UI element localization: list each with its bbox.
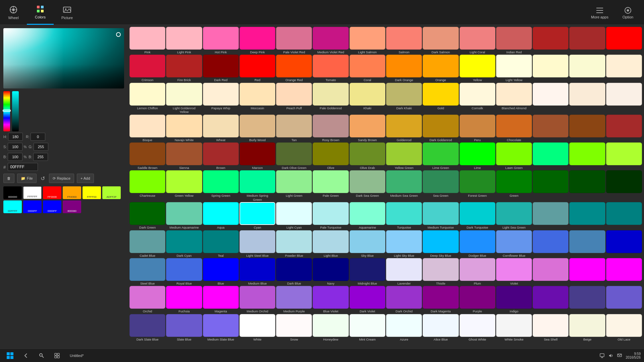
color-cell[interactable]	[606, 83, 642, 114]
color-cell[interactable]: Medium Slate Blue	[203, 314, 239, 341]
color-cell[interactable]: Red	[239, 55, 275, 82]
color-cell[interactable]: Dark Goldenrod	[423, 115, 459, 142]
color-cell[interactable]: Mint Cream	[350, 314, 385, 341]
color-cell[interactable]: Powder Blue	[276, 230, 312, 257]
swatch-ffffff[interactable]: FFFFFF	[23, 186, 42, 199]
hue-input[interactable]	[8, 133, 23, 141]
color-cell[interactable]: Chocolate	[496, 115, 532, 142]
color-cell[interactable]: Dark Red	[203, 55, 239, 82]
swatch-ff0000[interactable]: FF0000	[43, 186, 61, 199]
color-cell[interactable]: Light Sky Blue	[386, 230, 422, 257]
color-cell[interactable]: Moccasin	[239, 83, 275, 114]
color-cell[interactable]	[533, 55, 569, 82]
color-cell[interactable]: Cornsilk	[460, 83, 495, 114]
swatch-adff2f[interactable]: ADFF2F	[102, 186, 121, 199]
color-cell[interactable]	[569, 142, 605, 170]
color-cell[interactable]: Chartreuse	[129, 170, 165, 201]
color-cell[interactable]: Salmon	[386, 27, 422, 54]
color-cell[interactable]: Dark Olive Green	[276, 142, 312, 170]
color-cell[interactable]: Alice Blue	[423, 314, 459, 341]
color-cell[interactable]: Peach Puff	[276, 83, 312, 114]
color-cell[interactable]: Tomato	[313, 55, 348, 82]
color-cell[interactable]: Royal Blue	[166, 258, 202, 285]
color-cell[interactable]	[533, 170, 569, 201]
color-cell[interactable]	[569, 286, 605, 313]
color-cell[interactable]	[569, 230, 605, 257]
color-cell[interactable]: Snow	[276, 314, 312, 341]
color-cell[interactable]	[533, 230, 569, 257]
color-cell[interactable]: Tan	[276, 115, 312, 142]
color-cell[interactable]: Blue Violet	[313, 286, 348, 313]
color-cell[interactable]: Fire Brick	[166, 55, 202, 82]
color-cell[interactable]: Light Goldenrod Yellow	[166, 83, 202, 114]
color-cell[interactable]: Pale Goldenrod	[313, 83, 348, 114]
color-cell[interactable]: Slate Blue	[166, 314, 202, 341]
tab-wheel[interactable]: Wheel	[0, 0, 27, 25]
color-cell[interactable]: Lemon Chiffon	[129, 83, 165, 114]
color-cell[interactable]: Light Salmon	[350, 27, 385, 54]
color-cell[interactable]	[569, 258, 605, 285]
color-cell[interactable]	[533, 83, 569, 114]
color-cell[interactable]	[533, 142, 569, 170]
color-cell[interactable]: Lime Green	[423, 142, 459, 170]
tab-colors[interactable]: Colors	[27, 0, 54, 25]
color-cell[interactable]: Yellow	[460, 55, 495, 82]
sat-input[interactable]	[8, 143, 22, 151]
color-cell[interactable]	[606, 258, 642, 285]
color-cell[interactable]	[533, 202, 569, 229]
color-cell[interactable]: Azure	[386, 314, 422, 341]
swatch-ffa500[interactable]: FFA500	[63, 186, 81, 199]
swatch-800080[interactable]: 800080	[63, 200, 81, 213]
color-cell[interactable]: Green	[496, 170, 532, 201]
color-cell[interactable]: Medium Blue	[239, 258, 275, 285]
color-cell[interactable]: Crimson	[129, 55, 165, 82]
color-cell[interactable]: Gold	[423, 83, 459, 114]
add-button[interactable]: + Add	[77, 174, 94, 183]
g-input[interactable]	[34, 143, 48, 151]
more-apps-button[interactable]: More apps	[586, 0, 613, 25]
color-cell[interactable]: Pale Turquoise	[313, 202, 348, 229]
color-cell[interactable]: Green Yellow	[166, 170, 202, 201]
color-cell[interactable]: Honeydew	[313, 314, 348, 341]
color-cell[interactable]: Forest Green	[460, 170, 495, 201]
hex-input[interactable]	[8, 163, 38, 171]
color-cell[interactable]: Ghost White	[460, 314, 495, 341]
color-cell[interactable]: Turquoise	[386, 202, 422, 229]
color-cell[interactable]	[606, 142, 642, 170]
color-cell[interactable]: Dark Magenta	[423, 286, 459, 313]
color-cell[interactable]: Cadet Blue	[129, 230, 165, 257]
color-cell[interactable]: Brown	[203, 142, 239, 170]
color-cell[interactable]: Light Coral	[460, 27, 495, 54]
color-cell[interactable]: Purple	[460, 286, 495, 313]
color-cell[interactable]: Light Blue	[313, 230, 348, 257]
swatch-000000[interactable]: 000000	[3, 186, 22, 199]
color-cell[interactable]: Medium Turquoise	[423, 202, 459, 229]
color-cell[interactable]: Dodger Blue	[460, 230, 495, 257]
color-cell[interactable]: Spring Green	[203, 170, 239, 201]
color-cell[interactable]: Orange Red	[276, 55, 312, 82]
color-cell[interactable]: Dark Blue	[276, 258, 312, 285]
color-cell[interactable]	[533, 27, 569, 54]
picker-cursor[interactable]	[116, 32, 121, 37]
color-cell[interactable]: Dark Violet	[350, 286, 385, 313]
color-cell[interactable]: Navajo White	[166, 115, 202, 142]
color-cell[interactable]	[606, 230, 642, 257]
color-cell[interactable]	[533, 258, 569, 285]
color-cell[interactable]: Sea Shell	[533, 314, 569, 341]
color-cell[interactable]: Hot Pink	[203, 27, 239, 54]
color-cell[interactable]	[606, 202, 642, 229]
swatch-00ffff[interactable]: 00FFFF	[3, 200, 22, 213]
color-cell[interactable]: Medium Aquamarine	[166, 202, 202, 229]
color-cell[interactable]: Teal	[203, 230, 239, 257]
bri-input[interactable]	[8, 153, 22, 161]
color-cell[interactable]: Steel Blue	[129, 258, 165, 285]
color-cell[interactable]: Dark Turquoise	[460, 202, 495, 229]
color-cell[interactable]: Dark Orchid	[386, 286, 422, 313]
color-cell[interactable]: Aqua	[203, 202, 239, 229]
color-cell[interactable]	[606, 27, 642, 54]
color-cell[interactable]	[606, 55, 642, 82]
color-cell[interactable]: Medium Spring Green	[239, 170, 275, 201]
color-cell[interactable]	[606, 286, 642, 313]
color-picker-area[interactable]	[3, 28, 124, 88]
color-cell[interactable]	[569, 83, 605, 114]
